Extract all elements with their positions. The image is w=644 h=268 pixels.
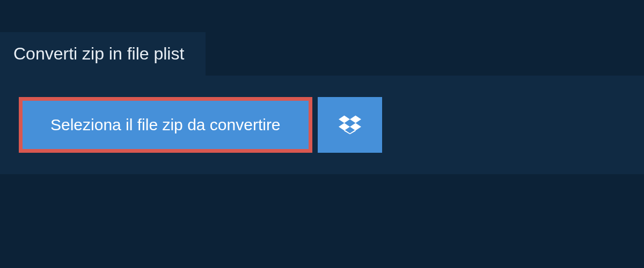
content-panel: Seleziona il file zip da convertire bbox=[0, 76, 644, 174]
converter-widget: Converti zip in file plist Seleziona il … bbox=[0, 32, 644, 174]
dropbox-icon bbox=[339, 114, 361, 136]
tab-title: Converti zip in file plist bbox=[13, 44, 184, 63]
select-file-label: Seleziona il file zip da convertire bbox=[50, 116, 281, 134]
select-file-button[interactable]: Seleziona il file zip da convertire bbox=[19, 97, 312, 153]
dropbox-button[interactable] bbox=[318, 97, 382, 153]
tab-header[interactable]: Converti zip in file plist bbox=[0, 32, 206, 76]
